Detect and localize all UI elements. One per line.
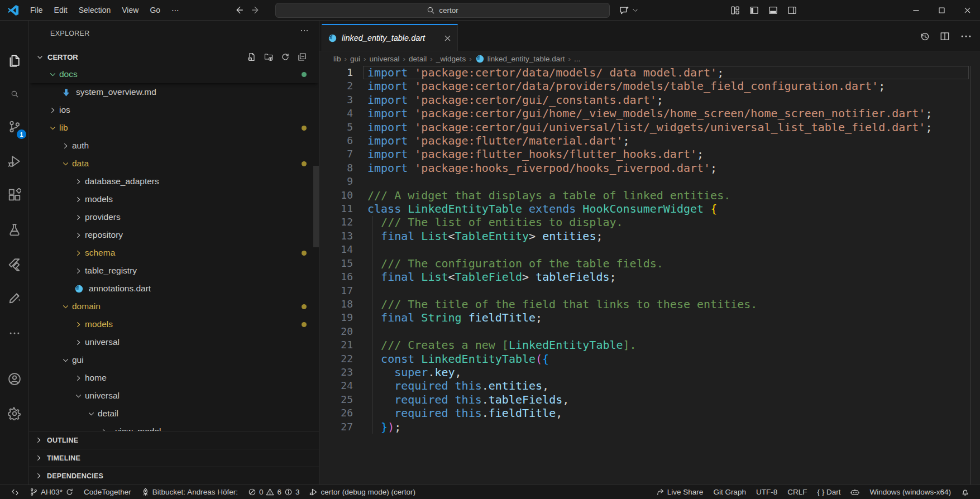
copilot-menu[interactable]	[619, 0, 639, 20]
tree-item-home[interactable]: home	[29, 369, 319, 387]
new-folder-icon[interactable]	[264, 52, 273, 61]
tree-item-providers[interactable]: providers	[29, 208, 319, 226]
copilot-chat-icon[interactable]	[619, 5, 629, 16]
line-number: 23	[319, 366, 353, 379]
tree-item-universal[interactable]: universal	[29, 333, 319, 351]
tree-item-data[interactable]: data	[29, 155, 319, 172]
refresh-icon[interactable]	[281, 52, 290, 61]
code-line-19: 19 final String fieldTitle;	[319, 311, 980, 324]
activity-testing[interactable]	[0, 217, 29, 243]
status-eol[interactable]: CRLF	[782, 485, 812, 499]
tree-item-universal[interactable]: universal	[29, 387, 319, 405]
activity-search[interactable]	[0, 80, 29, 107]
sidebar-left-icon[interactable]	[749, 6, 759, 15]
tree-item-lib[interactable]: lib	[29, 119, 319, 137]
menu-edit[interactable]: Edit	[49, 3, 73, 17]
command-center[interactable]: certor	[275, 3, 610, 18]
tree-item-detail[interactable]: detail	[29, 405, 319, 423]
tree-item-models[interactable]: models	[29, 190, 319, 208]
project-root-row[interactable]: CERTOR	[29, 49, 319, 65]
activity-more[interactable]	[0, 320, 29, 347]
customize-layout-icon[interactable]	[730, 6, 740, 15]
menu-view[interactable]: View	[116, 3, 144, 17]
activity-accounts[interactable]	[0, 366, 29, 392]
tree-item-table_registry[interactable]: table_registry	[29, 262, 319, 280]
status-git-branch[interactable]: AH03*	[25, 485, 79, 499]
status-bitbucket[interactable]: Bitbucket: Andreas Höfer:	[136, 485, 243, 499]
arrow-right-icon[interactable]	[251, 5, 261, 15]
status-platform[interactable]: Windows (windows-x64)	[864, 485, 956, 499]
status-git-graph[interactable]: Git Graph	[708, 485, 751, 499]
maximize-button[interactable]	[929, 0, 954, 20]
tree-item-system_overview.md[interactable]: system_overview.md	[29, 83, 319, 101]
tree-item-repository[interactable]: repository	[29, 226, 319, 244]
sidebar-right-icon[interactable]	[787, 6, 797, 15]
tree-item-domain[interactable]: domain	[29, 298, 319, 315]
tree-scrollbar[interactable]	[313, 166, 319, 247]
menu-file[interactable]: File	[25, 3, 49, 17]
activity-run-debug[interactable]	[0, 148, 29, 175]
live-share-icon	[656, 488, 665, 496]
split-editor-icon[interactable]	[940, 31, 950, 41]
tree-item-auth[interactable]: auth	[29, 137, 319, 155]
menu-go[interactable]: Go	[144, 3, 166, 17]
status-live-share[interactable]: Live Share	[651, 485, 709, 499]
views-more-icon[interactable]	[300, 26, 309, 35]
breadcrumb-item[interactable]: _widgets	[436, 55, 466, 63]
tree-item-models[interactable]: models	[29, 315, 319, 333]
project-root-label: CERTOR	[47, 53, 78, 61]
menu-selection[interactable]: Selection	[73, 3, 117, 17]
tree-item-_view_model[interactable]: _view_model	[29, 423, 319, 431]
new-file-icon[interactable]	[247, 52, 256, 61]
code-line-10: 10/// A widget that displays a table of …	[319, 189, 980, 202]
code-editor[interactable]: 1import 'package:certor/data/models/_dat…	[319, 66, 980, 484]
section-dependencies[interactable]: DEPENDENCIES	[29, 467, 319, 484]
tree-item-database_adapters[interactable]: database_adapters	[29, 172, 319, 190]
breadcrumb-item[interactable]: detail	[409, 55, 427, 63]
activity-extensions[interactable]	[0, 181, 29, 208]
editor-scrollbar[interactable]	[970, 66, 971, 484]
arrow-left-icon[interactable]	[233, 5, 243, 15]
breadcrumb-item[interactable]: linked_entity_table.dart	[475, 54, 565, 64]
activity-settings[interactable]	[0, 400, 29, 427]
chevron-down-icon	[47, 124, 58, 132]
tree-item-annotations.dart[interactable]: annotations.dart	[29, 280, 319, 298]
activity-property-editor[interactable]	[0, 285, 29, 311]
tree-item-ios[interactable]: ios	[29, 101, 319, 119]
breadcrumb-item[interactable]: ...	[574, 55, 580, 63]
code-line-9: 9	[319, 175, 980, 188]
status-copilot[interactable]	[845, 485, 864, 499]
status-language[interactable]: { } Dart	[812, 485, 845, 499]
status-debug-status[interactable]: certor (debug mode) (certor)	[304, 485, 420, 499]
close-button[interactable]	[954, 0, 980, 20]
ellipsis-icon[interactable]	[960, 30, 972, 42]
close-icon[interactable]	[443, 34, 452, 42]
tree-item-schema[interactable]: schema	[29, 244, 319, 262]
breadcrumb-item[interactable]: universal	[370, 55, 400, 63]
section-timeline[interactable]: TIMELINE	[29, 449, 319, 467]
code-line-14: 14	[319, 243, 980, 256]
chevron-down-icon[interactable]	[632, 7, 639, 14]
breadcrumb-item[interactable]: gui	[350, 55, 360, 63]
collapse-all-icon[interactable]	[298, 52, 307, 61]
status-remote[interactable]	[6, 485, 25, 499]
panel-bottom-icon[interactable]	[768, 6, 778, 15]
activity-source-control[interactable]: 1	[0, 113, 29, 140]
status-encoding[interactable]: UTF-8	[751, 485, 782, 499]
history-icon[interactable]	[920, 31, 930, 41]
tree-item-gui[interactable]: gui	[29, 351, 319, 369]
menu-more[interactable]: ⋯	[166, 3, 185, 17]
tab-linked-entity-table[interactable]: linked_entity_table.dart	[322, 24, 458, 51]
code-line-4: 4import 'package:certor/gui/home/_view_m…	[319, 107, 980, 120]
git-status-dot	[302, 161, 307, 166]
activity-flutter[interactable]	[0, 251, 29, 278]
status-notifications[interactable]	[956, 485, 974, 499]
status-problems[interactable]: 063	[243, 485, 305, 499]
tree-item-docs[interactable]: docs	[29, 65, 319, 83]
line-number: 11	[319, 202, 353, 215]
minimize-button[interactable]	[903, 0, 929, 20]
breadcrumb-item[interactable]: lib	[333, 55, 341, 63]
section-outline[interactable]: OUTLINE	[29, 431, 319, 449]
status-codetogether[interactable]: CodeTogether	[79, 485, 136, 499]
activity-explorer[interactable]	[0, 47, 29, 74]
